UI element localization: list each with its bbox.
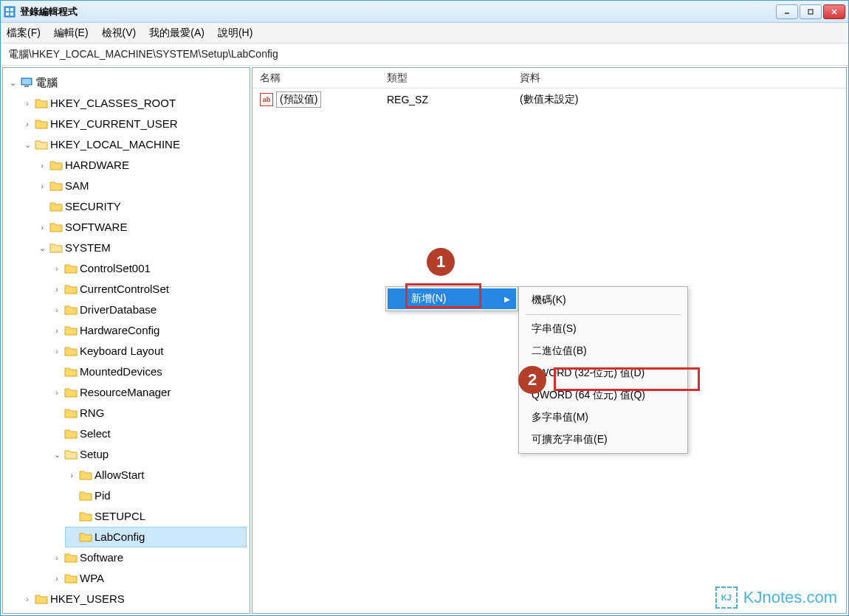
tree-node-hkcu[interactable]: › HKEY_CURRENT_USER — [21, 114, 247, 134]
column-header-name[interactable]: 名稱 — [252, 72, 379, 85]
tree-node-hkcr[interactable]: › HKEY_CLASSES_ROOT — [21, 93, 247, 114]
menu-favorites[interactable]: 我的最愛(A) — [149, 27, 204, 40]
tree-node-select[interactable]: ›Select — [50, 423, 247, 444]
tree-node-keyboardlayout[interactable]: ›Keyboard Layout — [50, 341, 247, 361]
folder-icon — [64, 283, 78, 295]
submenu-multistring[interactable]: 多字串值(M) — [521, 406, 685, 429]
folder-icon — [64, 428, 78, 440]
tree-label: SAM — [65, 176, 89, 195]
column-header-type[interactable]: 類型 — [379, 72, 512, 85]
chevron-right-icon[interactable]: › — [52, 284, 62, 294]
chevron-right-icon[interactable]: › — [22, 594, 32, 604]
computer-icon — [20, 76, 33, 89]
address-text: 電腦\HKEY_LOCAL_MACHINE\SYSTEM\Setup\LabCo… — [8, 48, 278, 61]
chevron-down-icon[interactable]: ⌄ — [52, 449, 62, 460]
folder-icon — [49, 201, 63, 212]
tree-node-pid[interactable]: ›Pid — [65, 485, 247, 506]
folder-icon — [49, 159, 63, 171]
tree-label: Software — [80, 548, 123, 567]
tree-node-wpa[interactable]: ›WPA — [50, 568, 247, 589]
tree-node-software[interactable]: ›SOFTWARE — [35, 217, 247, 238]
window-controls — [776, 4, 845, 19]
tree-node-hklm[interactable]: ⌄ HKEY_LOCAL_MACHINE — [21, 134, 247, 155]
chevron-right-icon[interactable]: › — [52, 263, 62, 274]
tree-node-system[interactable]: ⌄SYSTEM — [35, 238, 247, 258]
tree-node-rng[interactable]: ›RNG — [50, 403, 247, 423]
tree-node-mounteddevices[interactable]: ›MountedDevices — [50, 361, 247, 382]
tree-node-controlset001[interactable]: ›ControlSet001 — [50, 258, 247, 279]
tree-node-allowstart[interactable]: ›AllowStart — [65, 465, 247, 485]
submenu-expandstring[interactable]: 可擴充字串值(E) — [521, 429, 685, 451]
tree-label: MountedDevices — [80, 362, 162, 381]
chevron-right-icon[interactable]: › — [52, 553, 62, 563]
tree-node-setup[interactable]: ⌄Setup — [50, 444, 247, 465]
chevron-right-icon[interactable]: › — [66, 470, 77, 480]
tree-node-driverdatabase[interactable]: ›DriverDatabase — [50, 300, 247, 320]
tree-node-setupcl[interactable]: ›SETUPCL — [65, 506, 247, 527]
column-header-data[interactable]: 資料 — [512, 72, 846, 85]
tree-node-hkcc[interactable]: ›HKEY_CURRENT_CONFIG — [21, 609, 247, 614]
tree-label: CurrentControlSet — [80, 280, 169, 299]
chevron-right-icon: ▶ — [504, 295, 510, 303]
chevron-right-icon[interactable]: › — [52, 305, 62, 315]
tree-label: ControlSet001 — [80, 259, 151, 278]
folder-open-icon — [49, 242, 63, 254]
tree-node-security[interactable]: ›SECURITY — [35, 196, 247, 217]
chevron-down-icon[interactable]: ⌄ — [22, 139, 32, 150]
menu-edit[interactable]: 編輯(E) — [54, 27, 89, 40]
menu-separator — [526, 314, 681, 315]
menu-help[interactable]: 說明(H) — [218, 27, 252, 40]
titlebar[interactable]: 登錄編輯程式 — [1, 1, 848, 23]
tree-label: SETUPCL — [94, 507, 145, 526]
tree-label: WPA — [80, 569, 104, 588]
tree-label: RNG — [80, 404, 104, 423]
tree-pane[interactable]: ⌄ 電腦 › HKEY_CLASSES_ROOT — [2, 67, 250, 614]
chevron-right-icon[interactable]: › — [37, 160, 47, 170]
maximize-button[interactable] — [800, 4, 822, 19]
chevron-right-icon[interactable]: › — [22, 98, 32, 108]
menu-view[interactable]: 檢視(V) — [102, 27, 137, 40]
tree-label: HKEY_LOCAL_MACHINE — [50, 135, 180, 154]
chevron-right-icon[interactable]: › — [37, 222, 47, 232]
tree-node-computer[interactable]: ⌄ 電腦 — [6, 72, 247, 93]
minimize-button[interactable] — [776, 4, 798, 19]
context-menu-new[interactable]: 新增(N) ▶ — [388, 288, 516, 309]
chevron-right-icon[interactable]: › — [22, 119, 32, 129]
submenu-binary[interactable]: 二進位值(B) — [521, 340, 685, 362]
submenu-key[interactable]: 機碼(K) — [521, 289, 685, 311]
chevron-right-icon[interactable]: › — [52, 573, 62, 584]
menubar: 檔案(F) 編輯(E) 檢視(V) 我的最愛(A) 說明(H) — [1, 23, 848, 44]
folder-icon — [64, 407, 78, 419]
svg-rect-4 — [10, 13, 13, 15]
menu-file[interactable]: 檔案(F) — [7, 27, 41, 40]
tree-node-currentcontrolset[interactable]: ›CurrentControlSet — [50, 279, 247, 300]
tree-label: HARDWARE — [65, 156, 129, 175]
submenu-string[interactable]: 字串值(S) — [521, 318, 685, 340]
tree-node-labconfig[interactable]: ›LabConfig — [65, 527, 247, 547]
folder-icon — [79, 469, 92, 481]
chevron-right-icon[interactable]: › — [37, 181, 47, 191]
folder-icon — [35, 118, 48, 130]
chevron-right-icon[interactable]: › — [52, 387, 62, 398]
address-bar[interactable]: 電腦\HKEY_LOCAL_MACHINE\SYSTEM\Setup\LabCo… — [1, 44, 848, 66]
chevron-right-icon[interactable]: › — [52, 325, 62, 336]
chevron-down-icon[interactable]: ⌄ — [7, 77, 18, 88]
folder-icon — [64, 263, 78, 274]
chevron-right-icon[interactable]: › — [52, 346, 62, 356]
svg-rect-11 — [24, 86, 29, 87]
chevron-down-icon[interactable]: ⌄ — [37, 243, 47, 253]
submenu-qword[interactable]: QWORD (64 位元) 值(Q) — [521, 384, 685, 406]
tree-label: SOFTWARE — [65, 218, 127, 237]
folder-icon — [64, 304, 78, 316]
folder-icon — [35, 593, 48, 605]
tree-node-hardwareconfig[interactable]: ›HardwareConfig — [50, 320, 247, 341]
tree-node-resourcemanager[interactable]: ›ResourceManager — [50, 382, 247, 403]
tree-node-sam[interactable]: ›SAM — [35, 176, 247, 196]
tree-label: Setup — [80, 445, 109, 464]
tree-node-hardware[interactable]: ›HARDWARE — [35, 155, 247, 176]
close-button[interactable] — [823, 4, 845, 19]
list-row[interactable]: ab (預設值) REG_SZ (數值未設定) — [252, 89, 846, 111]
tree-node-hku[interactable]: ›HKEY_USERS — [21, 589, 247, 609]
values-pane[interactable]: 名稱 類型 資料 ab (預設值) REG_SZ (數值未設定) 新增(N) ▶ — [252, 67, 847, 614]
tree-node-software2[interactable]: ›Software — [50, 547, 247, 568]
